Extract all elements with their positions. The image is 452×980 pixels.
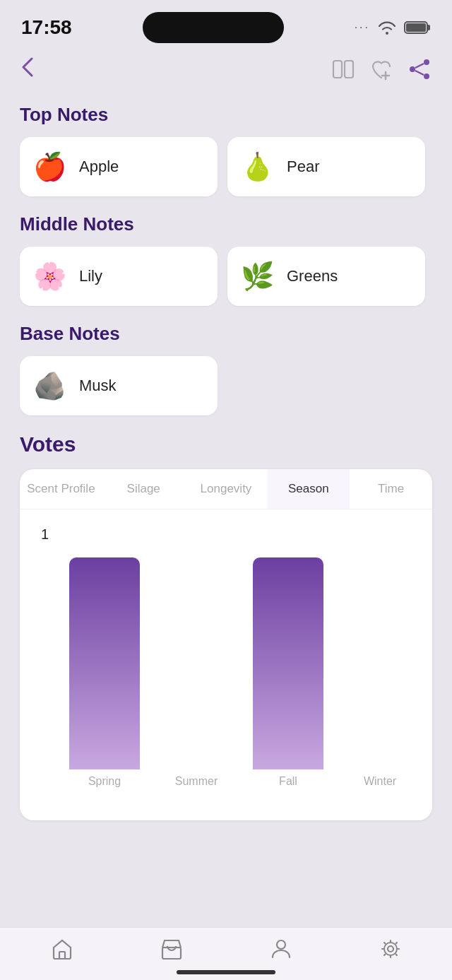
nav-store[interactable] (160, 938, 183, 960)
toolbar-actions (332, 58, 431, 81)
tab-silage[interactable]: Silage (102, 469, 185, 509)
svg-point-8 (410, 66, 415, 72)
status-time: 17:58 (21, 16, 72, 39)
musk-emoji: 🪨 (30, 366, 69, 406)
svg-point-9 (424, 73, 429, 79)
middle-notes-title: Middle Notes (20, 213, 432, 235)
votes-card: Scent Profile Silage Longevity Season Ti… (20, 469, 432, 820)
note-card-apple[interactable]: 🍎 Apple (20, 137, 218, 196)
svg-line-10 (415, 64, 424, 68)
note-card-greens[interactable]: 🌿 Greens (227, 247, 425, 306)
back-button[interactable] (21, 57, 34, 81)
lily-label: Lily (79, 267, 102, 285)
store-icon (160, 938, 183, 960)
wifi-icon (377, 20, 397, 35)
top-notes-title: Top Notes (20, 104, 432, 126)
nav-settings[interactable] (379, 938, 402, 960)
chart-area: 1 Spring Summer Fall (20, 509, 432, 820)
middle-notes-grid: 🌸 Lily 🌿 Greens (20, 247, 432, 306)
tab-longevity[interactable]: Longevity (185, 469, 268, 509)
svg-point-17 (384, 943, 397, 955)
chart-y-max: 1 (41, 526, 49, 543)
svg-rect-12 (59, 952, 65, 959)
top-notes-grid: 🍎 Apple 🍐 Pear (20, 137, 432, 196)
top-notes-section: Top Notes 🍎 Apple 🍐 Pear (20, 104, 432, 196)
middle-notes-section: Middle Notes 🌸 Lily 🌿 Greens (20, 213, 432, 306)
split-view-icon[interactable] (332, 58, 355, 81)
svg-point-7 (424, 59, 429, 65)
bar-fall: Fall (253, 557, 323, 788)
greens-label: Greens (287, 267, 338, 285)
pear-emoji: 🍐 (237, 147, 277, 187)
note-card-musk[interactable]: 🪨 Musk (20, 356, 218, 415)
base-notes-title: Base Notes (20, 323, 432, 345)
nav-profile[interactable] (270, 938, 292, 960)
dots-icon: ··· (355, 21, 370, 34)
gear-icon (379, 938, 402, 960)
tab-season[interactable]: Season (267, 469, 350, 509)
votes-tabs: Scent Profile Silage Longevity Season Ti… (20, 469, 432, 509)
main-content: Top Notes 🍎 Apple 🍐 Pear Middle Notes 🌸 … (0, 93, 452, 820)
bar-winter-label: Winter (364, 775, 396, 788)
status-bar: 17:58 ··· (0, 0, 452, 49)
votes-title: Votes (20, 432, 432, 456)
bar-fall-label: Fall (279, 775, 297, 788)
svg-rect-4 (345, 61, 353, 78)
bar-summer: Summer (161, 769, 232, 788)
svg-rect-3 (333, 61, 342, 78)
tab-scent-profile[interactable]: Scent Profile (20, 469, 102, 509)
apple-emoji: 🍎 (30, 147, 69, 187)
chart-bars: Spring Summer Fall Winter (41, 526, 411, 795)
home-indicator (177, 970, 275, 974)
nav-home[interactable] (51, 938, 73, 960)
bar-spring-label: Spring (88, 775, 121, 788)
svg-rect-2 (406, 23, 426, 32)
lily-emoji: 🌸 (30, 256, 69, 296)
bar-winter: Winter (345, 769, 415, 788)
tab-time[interactable]: Time (350, 469, 432, 509)
svg-point-16 (388, 946, 393, 952)
bar-summer-label: Summer (175, 775, 218, 788)
bar-fall-fill (253, 557, 323, 769)
status-icons: ··· (355, 20, 431, 35)
pear-label: Pear (287, 158, 319, 176)
home-icon (51, 938, 73, 960)
person-icon (270, 938, 292, 960)
svg-point-15 (277, 940, 285, 949)
dynamic-island (143, 12, 284, 43)
svg-line-11 (415, 71, 424, 75)
note-card-lily[interactable]: 🌸 Lily (20, 247, 218, 306)
svg-rect-1 (427, 25, 430, 30)
battery-icon (404, 20, 431, 35)
base-notes-grid: 🪨 Musk (20, 356, 432, 415)
note-card-pear[interactable]: 🍐 Pear (227, 137, 425, 196)
base-notes-section: Base Notes 🪨 Musk (20, 323, 432, 415)
apple-label: Apple (79, 158, 119, 176)
musk-label: Musk (79, 377, 117, 395)
votes-section: Votes Scent Profile Silage Longevity Sea… (20, 432, 432, 820)
svg-rect-13 (162, 947, 181, 959)
bar-spring: Spring (69, 557, 140, 788)
greens-emoji: 🌿 (237, 256, 277, 296)
toolbar (0, 49, 452, 93)
bar-spring-fill (69, 557, 140, 769)
heart-add-icon[interactable] (370, 58, 393, 81)
share-icon[interactable] (408, 58, 431, 81)
